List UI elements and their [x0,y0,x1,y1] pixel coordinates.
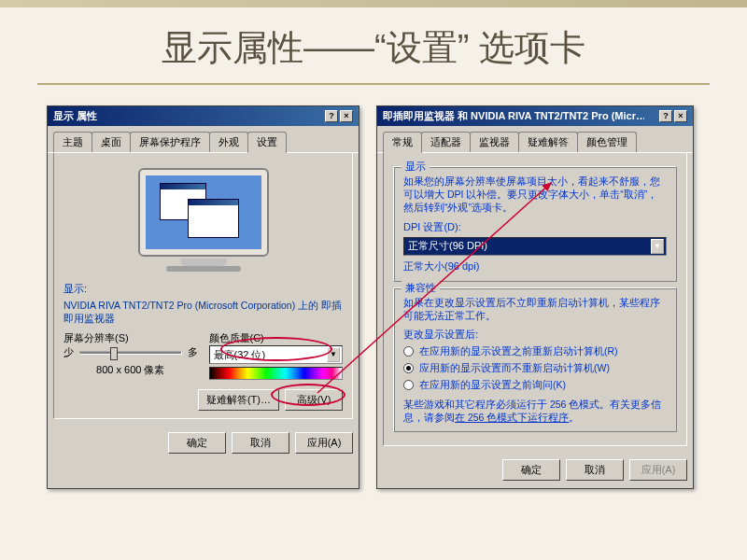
radio-icon [403,363,414,373]
chevron-down-icon: ▼ [327,347,340,362]
tab-adapter[interactable]: 适配器 [421,132,471,152]
radio-no-restart[interactable]: 应用新的显示设置而不重新启动计算机(W) [403,362,667,375]
resolution-slider[interactable] [79,351,182,355]
ok-button[interactable]: 确定 [168,432,226,454]
tab-theme[interactable]: 主题 [53,132,92,152]
dpi-normal-text: 正常大小(96 dpi) [403,259,667,273]
tab-screensaver[interactable]: 屏幕保护程序 [130,132,210,152]
slide-top-accent [0,0,747,7]
radio-restart-label: 在应用新的显示设置之前重新启动计算机(R) [419,345,618,358]
slide-title: 显示属性——“设置” 选项卡 [0,7,747,83]
compat-info-text: 如果在更改显示设置后不立即重新启动计算机，某些程序可能无法正常工作。 [403,296,667,322]
close-icon[interactable]: × [674,110,687,122]
troubleshoot-button[interactable]: 疑难解答(T)… [198,389,279,411]
slider-max: 多 [188,345,198,359]
monitor-preview [63,161,343,278]
games-text: 某些游戏和其它程序必须运行于 256 色模式。有关更多信息，请参阅在 256 色… [403,398,667,424]
tab-body-left: 显示: NVIDIA RIVA TNT2/TNT2 Pro (Microsoft… [53,153,353,419]
tab-troubleshoot[interactable]: 疑难解答 [518,132,578,152]
radio-icon [403,346,414,357]
display-group-title: 显示 [402,160,430,174]
dialogs-container: 显示 属性 ? × 主题 桌面 屏幕保护程序 外观 设置 [0,85,747,510]
advanced-button[interactable]: 高级(V) [285,389,343,411]
dpi-value: 正常尺寸(96 DPI) [408,239,487,253]
tabs-left: 主题 桌面 屏幕保护程序 外观 设置 [48,126,359,153]
radio-icon [403,380,414,390]
cancel-button[interactable]: 取消 [566,459,624,481]
apply-button[interactable]: 应用(A) [295,432,353,454]
tab-general[interactable]: 常规 [383,132,422,153]
titlebar-left-text: 显示 属性 [53,109,97,123]
color-quality-dropdown[interactable]: 最高(32 位) ▼ [209,345,344,364]
display-info-text: 如果您的屏幕分辨率使屏幕项目太小，看起来不舒服，您可以增大 DPI 以补偿。要只… [403,175,667,215]
tab-body-right: 显示 如果您的屏幕分辨率使屏幕项目太小，看起来不舒服，您可以增大 DPI 以补偿… [383,153,687,446]
titlebar-right-text: 即插即用监视器 和 NVIDIA RIVA TNT2/TNT2 Pro (Mic… [383,109,644,123]
dpi-dropdown[interactable]: 正常尺寸(96 DPI) ▼ [403,237,667,256]
radio-ask[interactable]: 在应用新的显示设置之前询问(K) [403,379,667,392]
cancel-button[interactable]: 取消 [232,432,289,454]
tab-settings[interactable]: 设置 [247,132,287,153]
color-mode-link[interactable]: 在 256 色模式下运行程序 [455,412,569,423]
chevron-down-icon: ▼ [651,239,664,254]
radio-ask-label: 在应用新的显示设置之前询问(K) [419,379,566,392]
resolution-label: 屏幕分辨率(S) [63,331,198,345]
display-properties-dialog: 显示 属性 ? × 主题 桌面 屏幕保护程序 外观 设置 [47,105,359,489]
advanced-properties-dialog: 即插即用监视器 和 NVIDIA RIVA TNT2/TNT2 Pro (Mic… [376,105,694,489]
tab-monitor[interactable]: 监视器 [470,132,519,152]
resolution-value: 747 x 560 像素 [63,363,198,377]
titlebar-left: 显示 属性 ? × [48,106,359,126]
compat-group-title: 兼容性 [402,281,440,295]
slider-min: 少 [63,345,74,359]
compat-groupbox: 兼容性 如果在更改显示设置后不立即重新启动计算机，某些程序可能无法正常工作。 更… [393,287,677,433]
tab-desktop[interactable]: 桌面 [92,132,131,152]
color-quality-value: 最高(32 位) [214,348,266,362]
display-label: 显示: [63,282,343,296]
display-value: NVIDIA RIVA TNT2/TNT2 Pro (Microsoft Cor… [63,300,343,326]
tab-appearance[interactable]: 外观 [209,132,248,152]
change-label: 更改显示设置后: [403,328,667,342]
apply-button[interactable]: 应用(A) [629,459,687,481]
help-icon[interactable]: ? [325,110,338,122]
tabs-right: 常规 适配器 监视器 疑难解答 颜色管理 [377,126,693,153]
radio-no-restart-label: 应用新的显示设置而不重新启动计算机(W) [419,362,610,375]
dpi-label: DPI 设置(D): [403,220,667,234]
color-strip [209,367,344,380]
help-icon[interactable]: ? [659,110,672,122]
display-groupbox: 显示 如果您的屏幕分辨率使屏幕项目太小，看起来不舒服，您可以增大 DPI 以补偿… [393,166,677,282]
close-icon[interactable]: × [340,110,353,122]
tab-color-mgmt[interactable]: 颜色管理 [577,132,637,152]
radio-restart[interactable]: 在应用新的显示设置之前重新启动计算机(R) [403,345,667,358]
titlebar-right: 即插即用监视器 和 NVIDIA RIVA TNT2/TNT2 Pro (Mic… [377,106,693,126]
color-quality-label: 颜色质量(C) [209,331,344,345]
ok-button[interactable]: 确定 [502,459,560,481]
